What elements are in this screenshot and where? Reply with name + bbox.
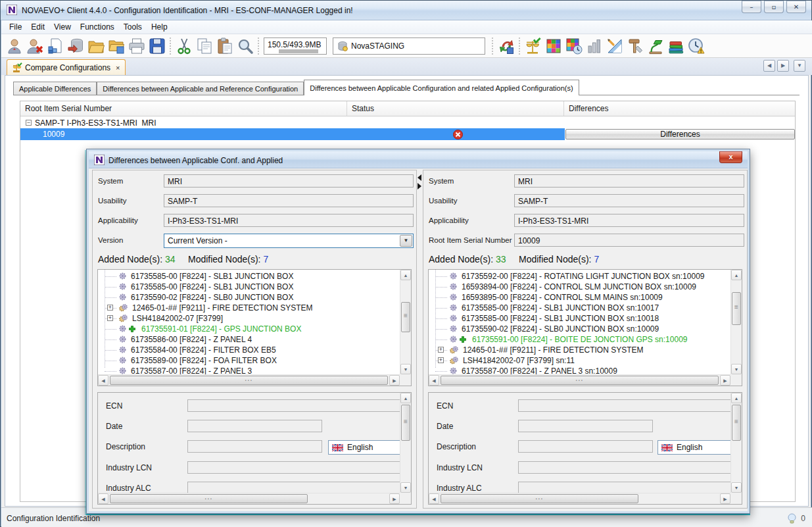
save-icon[interactable]: [147, 36, 167, 56]
date-field[interactable]: [187, 420, 322, 432]
menu-tools[interactable]: Tools: [119, 21, 147, 33]
open-folder-icon[interactable]: [85, 36, 106, 56]
delete-user-icon[interactable]: [24, 36, 45, 56]
tree-horizontal-scrollbar[interactable]: ◀▶: [98, 374, 400, 386]
menu-help[interactable]: Help: [147, 21, 172, 33]
industry-lcn-field[interactable]: [518, 461, 734, 474]
tab-compare-configurations[interactable]: Compare Configurations ×: [7, 59, 126, 75]
tree-item[interactable]: 61735589-00 [F8224] - FOA FILTER BOX: [98, 355, 400, 366]
version-combobox[interactable]: Current Version - ▼: [164, 234, 414, 248]
form-vertical-scrollbar[interactable]: ▲▼: [400, 393, 411, 493]
applicability-field[interactable]: I-Ph3-ES3-TS1-MRI: [164, 214, 414, 227]
folder-item-icon[interactable]: [106, 36, 126, 56]
user-icon[interactable]: [4, 36, 24, 56]
menu-file[interactable]: File: [5, 21, 26, 33]
column-status[interactable]: Status: [347, 101, 564, 116]
expand-icon[interactable]: +: [438, 347, 444, 353]
form-horizontal-scrollbar[interactable]: ◀▶: [429, 493, 730, 504]
print-icon[interactable]: [126, 36, 147, 56]
tab-scroll-right-button[interactable]: ▶: [777, 60, 789, 72]
copy-icon[interactable]: [194, 36, 214, 56]
form-horizontal-scrollbar[interactable]: ◀▶: [98, 493, 400, 504]
tree-item[interactable]: 61735590-02 [F8224] - SLB0 JUNCTION BOX …: [429, 324, 730, 334]
config-cube-clock-icon[interactable]: [563, 36, 584, 56]
tree-item[interactable]: 61735586-00 [F8224] - Z PANEL 4: [98, 334, 400, 345]
tree-item[interactable]: 61735585-00 [F8224] - SLB1 JUNCTION BOX: [98, 282, 400, 292]
expand-icon[interactable]: +: [107, 305, 113, 311]
applicability-field[interactable]: I-Ph3-ES3-TS1-MRI: [514, 214, 744, 227]
tree-item[interactable]: 61735590-02 [F8224] - SLB0 JUNCTION BOX: [98, 292, 400, 303]
subtab-2[interactable]: Differences between Applicable Configura…: [304, 80, 579, 95]
tree-item[interactable]: 16593895-00 [F8224] - CONTROL SLM MAINS …: [429, 292, 730, 303]
tree-item[interactable]: 16593894-00 [F8224] - CONTROL SLM JUNCTI…: [429, 282, 730, 292]
subtab-1[interactable]: Differences between Applicable and Refer…: [97, 82, 304, 95]
tree-item[interactable]: 61735591-00 [F8224] - BOITE DE JONCTION …: [429, 334, 730, 345]
language-combobox[interactable]: English: [657, 440, 734, 455]
refresh-icon[interactable]: [496, 36, 516, 56]
column-differences[interactable]: Differences: [564, 101, 795, 116]
lamp-icon[interactable]: [645, 36, 665, 56]
statistics-icon[interactable]: [584, 36, 604, 56]
chevron-down-icon[interactable]: ▼: [400, 235, 412, 247]
tree-item[interactable]: 61735585-00 [F8224] - SLB1 JUNCTION BOX …: [429, 313, 730, 324]
tree-item[interactable]: 61735587-00 [F8224] - Z PANEL 3 sn:10009: [429, 366, 730, 374]
search-icon[interactable]: [235, 36, 255, 56]
tree-item[interactable]: +LSH41842002-07 [F3799]: [98, 313, 400, 324]
ecn-field[interactable]: [518, 399, 734, 412]
ecn-field[interactable]: [187, 399, 407, 412]
tree-item[interactable]: 61735591-01 [F8224] - GPS JUNCTION BOX: [98, 324, 400, 334]
description-field[interactable]: [518, 440, 653, 453]
menu-view[interactable]: View: [49, 21, 76, 33]
column-root-item-serial-number[interactable]: Root Item Serial Number: [20, 101, 347, 116]
close-button[interactable]: ✕: [786, 1, 806, 13]
tree-vertical-scrollbar[interactable]: ▲▼: [400, 270, 411, 374]
table-row-root[interactable]: − SAMP-T I-Ph3-ES3-TS1-MRI MRI: [20, 117, 795, 128]
new-item-icon[interactable]: [45, 36, 65, 56]
compare-icon[interactable]: [523, 36, 543, 56]
tree-item[interactable]: 61735585-00 [F8224] - SLB1 JUNCTION BOX …: [429, 303, 730, 313]
expand-icon[interactable]: +: [107, 315, 113, 321]
tree-item[interactable]: 61735592-00 [F8224] - ROTATING LIGHT JUN…: [429, 271, 730, 282]
tab-close-icon[interactable]: ×: [116, 64, 120, 72]
subtab-0[interactable]: Applicable Differences: [13, 82, 97, 95]
clock-warning-icon[interactable]: [686, 36, 706, 56]
system-field[interactable]: MRI: [164, 174, 414, 188]
tree-item[interactable]: 61735587-00 [F8224] - Z PANEL 3: [98, 366, 400, 374]
root-serial-field[interactable]: 10009: [514, 234, 744, 247]
tree-item[interactable]: 61735585-00 [F8224] - SLB1 JUNCTION BOX: [98, 271, 400, 282]
differences-button[interactable]: Differences: [565, 129, 795, 139]
collapse-icon[interactable]: −: [26, 120, 32, 126]
usability-field[interactable]: SAMP-T: [164, 194, 414, 207]
system-field[interactable]: MRI: [514, 174, 744, 188]
usability-field[interactable]: SAMP-T: [514, 194, 744, 207]
menu-functions[interactable]: Functions: [76, 21, 119, 33]
tree-horizontal-scrollbar[interactable]: ◀▶: [429, 374, 730, 386]
bulb-icon[interactable]: [787, 513, 797, 524]
cut-icon[interactable]: [174, 36, 194, 56]
tree-item[interactable]: +LSH41842002-07 [F3799] sn:11: [429, 355, 730, 366]
staging-field[interactable]: NovaSTAGING: [333, 38, 485, 55]
industry-lcn-field[interactable]: [187, 461, 407, 474]
import-database-icon[interactable]: [65, 36, 85, 56]
menu-edit[interactable]: Edit: [26, 21, 49, 33]
description-field[interactable]: [187, 440, 322, 453]
paste-icon[interactable]: [214, 36, 235, 56]
maximize-button[interactable]: ▫: [764, 1, 784, 13]
date-field[interactable]: [518, 420, 653, 432]
table-row-serial[interactable]: 10009: [20, 128, 565, 140]
tab-list-button[interactable]: ▼: [794, 60, 805, 72]
tree-item[interactable]: 61735584-00 [F8224] - FILTER BOX EB5: [98, 345, 400, 355]
tree-vertical-scrollbar[interactable]: ▲▼: [730, 270, 742, 374]
language-combobox[interactable]: English: [328, 440, 407, 455]
tab-scroll-left-button[interactable]: ◀: [763, 60, 775, 72]
form-vertical-scrollbar[interactable]: ▲▼: [730, 393, 742, 493]
library-icon[interactable]: [665, 36, 686, 56]
dialog-close-button[interactable]: x: [719, 151, 742, 163]
minimize-button[interactable]: –: [742, 1, 761, 13]
expand-icon[interactable]: +: [438, 357, 444, 363]
design-icon[interactable]: [604, 36, 625, 56]
tools-icon[interactable]: [625, 36, 645, 56]
tree-item[interactable]: +12465-01-## [F9211] - FIRE DETECTION SY…: [98, 303, 400, 313]
config-cube-icon[interactable]: [543, 36, 563, 56]
tree-item[interactable]: +12465-01-## [F9211] - FIRE DETECTION SY…: [429, 345, 730, 355]
